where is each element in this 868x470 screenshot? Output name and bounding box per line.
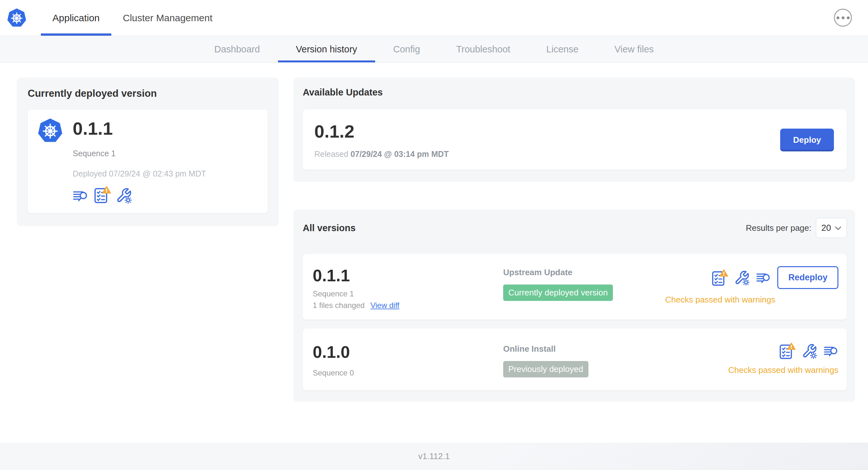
version-row-source: Online Install Previously deployed [503, 343, 728, 377]
main-content: Currently deployed version 0.1.1 Sequenc… [0, 63, 868, 443]
ellipsis-menu-icon[interactable] [834, 9, 852, 27]
previously-deployed-badge: Previously deployed [503, 361, 588, 377]
released-timestamp: 07/29/24 @ 03:14 pm MDT [351, 149, 449, 159]
currently-deployed-panel: Currently deployed version 0.1.1 Sequenc… [17, 77, 279, 226]
tab-troubleshoot-label: Troubleshoot [456, 44, 510, 55]
preflight-status-text[interactable]: Checks passed with warnings [665, 295, 776, 305]
app-logo [7, 0, 27, 36]
kubernetes-logo-icon [37, 118, 63, 144]
results-per-page-select[interactable]: 20 [816, 218, 847, 238]
preflight-checks-warning-icon[interactable] [93, 186, 111, 203]
kubernetes-logo-icon [7, 8, 27, 28]
tab-version-history[interactable]: Version history [278, 36, 375, 62]
row-source-label: Online Install [503, 344, 728, 354]
row-version-number: 0.1.0 [313, 343, 503, 361]
deploy-logs-icon[interactable] [73, 188, 88, 203]
tab-config[interactable]: Config [375, 36, 438, 62]
files-changed-label: 1 files changed [313, 301, 365, 310]
available-update-card: 0.1.2 Released 07/29/24 @ 03:14 pm MDT D… [303, 109, 847, 170]
deploy-logs-icon[interactable] [756, 270, 771, 285]
deploy-button[interactable]: Deploy [780, 129, 834, 152]
console-version: v1.112.1 [418, 451, 450, 461]
top-bar: Application Cluster Management [0, 0, 868, 36]
preflight-checks-warning-icon[interactable] [779, 343, 795, 360]
edit-config-icon[interactable] [116, 188, 132, 203]
row-sequence: Sequence 1 [313, 289, 503, 298]
update-released-line: Released 07/29/24 @ 03:14 pm MDT [314, 149, 780, 159]
deployed-sequence: Sequence 1 [73, 149, 259, 158]
row-files-changed: 1 files changed View diff [313, 301, 503, 310]
deploy-logs-icon[interactable] [824, 344, 838, 359]
deployed-timestamp: Deployed 07/29/24 @ 02:43 pm MDT [73, 169, 259, 178]
deployed-version-actions [73, 186, 259, 203]
tab-cluster-management-label: Cluster Management [123, 12, 212, 24]
row-sequence: Sequence 0 [313, 368, 503, 377]
version-row-actions: Redeploy Checks passed with warnings [665, 266, 839, 305]
results-per-page-value: 20 [822, 223, 831, 233]
top-tab-bar: Application Cluster Management [41, 0, 224, 36]
tab-troubleshoot[interactable]: Troubleshoot [438, 36, 528, 62]
tab-view-files-label: View files [615, 44, 654, 55]
available-updates-panel: Available Updates 0.1.2 Released 07/29/2… [293, 77, 855, 182]
tab-version-history-label: Version history [296, 44, 357, 55]
redeploy-button[interactable]: Redeploy [777, 266, 838, 289]
app-sub-nav: Dashboard Version history Config Trouble… [0, 36, 868, 63]
all-versions-header: All versions Results per page: 20 [303, 218, 847, 238]
tab-application-label: Application [53, 12, 100, 24]
released-prefix: Released [314, 149, 348, 159]
deployed-version-number: 0.1.1 [73, 118, 259, 144]
tab-config-label: Config [393, 44, 420, 55]
view-diff-link[interactable]: View diff [370, 301, 399, 310]
version-row-actions: Checks passed with warnings [728, 343, 839, 375]
version-row-info: 0.1.1 Sequence 1 1 files changed View di… [313, 266, 503, 310]
right-column: Available Updates 0.1.2 Released 07/29/2… [293, 77, 855, 402]
update-info: 0.1.2 Released 07/29/24 @ 03:14 pm MDT [314, 121, 780, 159]
tab-dashboard-label: Dashboard [214, 44, 260, 55]
version-row: 0.1.1 Sequence 1 1 files changed View di… [303, 254, 847, 320]
all-versions-panel: All versions Results per page: 20 0.1.1 … [293, 210, 855, 402]
version-row-source: Upstream Update Currently deployed versi… [503, 266, 665, 301]
update-version-number: 0.1.2 [314, 121, 780, 142]
results-per-page-label: Results per page: [746, 223, 811, 233]
edit-config-icon[interactable] [734, 270, 750, 286]
tab-dashboard[interactable]: Dashboard [196, 36, 278, 62]
tab-license-label: License [546, 44, 579, 55]
results-per-page: Results per page: 20 [746, 218, 847, 238]
console-footer: v1.112.1 [0, 443, 868, 470]
tab-license[interactable]: License [528, 36, 596, 62]
currently-deployed-badge: Currently deployed version [503, 284, 613, 301]
currently-deployed-title: Currently deployed version [28, 88, 268, 99]
chevron-down-icon [834, 224, 842, 232]
tab-view-files[interactable]: View files [596, 36, 672, 62]
preflight-checks-warning-icon[interactable] [711, 269, 728, 286]
all-versions-title: All versions [303, 223, 355, 233]
row-source-label: Upstream Update [503, 267, 665, 277]
available-updates-title: Available Updates [303, 87, 847, 98]
preflight-status-text[interactable]: Checks passed with warnings [728, 365, 839, 375]
tab-cluster-management[interactable]: Cluster Management [111, 0, 224, 36]
row-version-number: 0.1.1 [313, 266, 503, 285]
version-row-info: 0.1.0 Sequence 0 [313, 343, 503, 377]
currently-deployed-card: 0.1.1 Sequence 1 Deployed 07/29/24 @ 02:… [28, 110, 268, 213]
edit-config-icon[interactable] [802, 343, 817, 359]
version-row: 0.1.0 Sequence 0 Online Install Previous… [303, 329, 847, 390]
tab-application[interactable]: Application [41, 0, 111, 36]
